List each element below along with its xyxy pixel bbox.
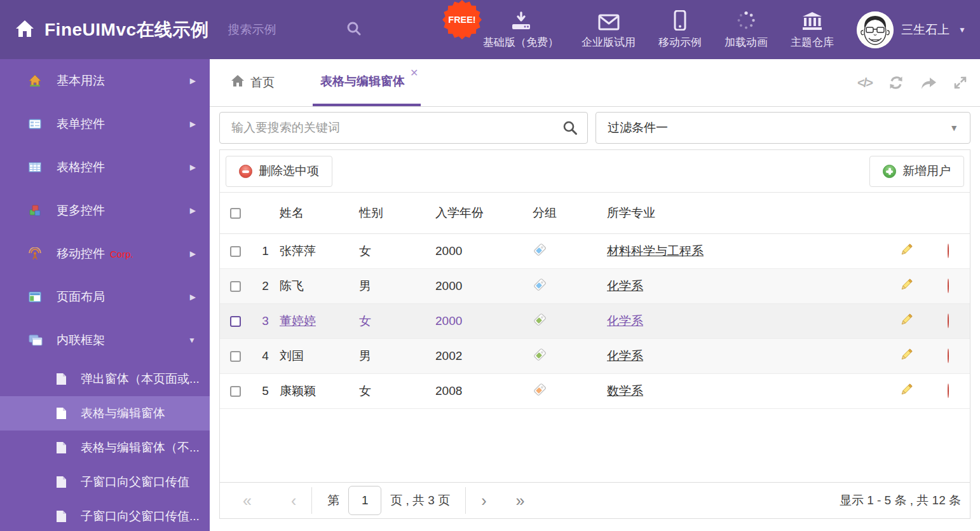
page-label-prefix: 第 bbox=[327, 492, 339, 509]
sidebar-item-grid-controls[interactable]: 表格控件 ▶ bbox=[0, 146, 210, 189]
refresh-icon[interactable] bbox=[888, 75, 904, 90]
pagination-bar: « ‹ 第 页 , 共 3 页 › » 显示 1 - 5 条 , 共 12 条 bbox=[220, 482, 970, 518]
app-window: FineUIMvc在线示例 FREE! 基础版（免费） bbox=[0, 0, 980, 531]
row-checkbox[interactable] bbox=[230, 386, 241, 397]
tab-home[interactable]: 首页 bbox=[229, 59, 277, 106]
page-number-input[interactable] bbox=[348, 486, 381, 515]
major-link[interactable]: 材料科学与工程系 bbox=[607, 244, 704, 258]
cell-year: 2000 bbox=[435, 303, 533, 338]
edit-icon[interactable] bbox=[899, 316, 914, 329]
filter-dropdown-value: 过滤条件一 bbox=[608, 120, 668, 136]
close-icon[interactable]: ✕ bbox=[410, 67, 418, 79]
delete-icon[interactable] bbox=[948, 279, 949, 293]
page-label-suffix: 页 , 共 3 页 bbox=[390, 492, 450, 509]
column-major[interactable]: 所学专业 bbox=[607, 193, 887, 233]
table-row[interactable]: 4 刘国 男 2002 化学系 bbox=[220, 338, 970, 373]
tab-grid-edit-window[interactable]: 表格与编辑窗体 ✕ bbox=[313, 59, 421, 106]
sidebar-subitem-child-to-parent-2[interactable]: 子窗口向父窗口传值... bbox=[0, 499, 210, 531]
sidebar-subitem-label: 子窗口向父窗口传值 bbox=[81, 474, 189, 490]
cell-gender: 女 bbox=[359, 303, 435, 338]
chevron-right-icon: ▶ bbox=[190, 163, 196, 172]
column-rownum bbox=[251, 193, 280, 233]
nav-item-basic-edition[interactable]: FREE! 基础版（免费） bbox=[483, 10, 559, 50]
nav-item-mobile-demo[interactable]: 移动示例 bbox=[658, 10, 702, 50]
filter-dropdown[interactable]: 过滤条件一 ▼ bbox=[595, 112, 970, 144]
table-row[interactable]: 2 陈飞 男 2000 化学系 bbox=[220, 268, 970, 303]
sidebar-item-form-controls[interactable]: 表单控件 ▶ bbox=[0, 102, 210, 146]
spinner-icon bbox=[736, 10, 756, 31]
next-page-icon[interactable]: › bbox=[481, 493, 486, 509]
table-row[interactable]: 5 康颖颖 女 2008 数学系 bbox=[220, 373, 970, 408]
row-checkbox[interactable] bbox=[230, 281, 241, 292]
edit-icon[interactable] bbox=[899, 281, 914, 294]
row-checkbox[interactable] bbox=[230, 246, 241, 257]
first-page-icon[interactable]: « bbox=[243, 493, 252, 509]
sidebar-item-inline-frame[interactable]: 内联框架 ▼ bbox=[0, 319, 210, 362]
row-checkbox[interactable] bbox=[230, 351, 241, 362]
nav-item-enterprise-trial[interactable]: 企业版试用 bbox=[582, 10, 636, 50]
last-page-icon[interactable]: » bbox=[516, 493, 525, 509]
bank-icon bbox=[801, 10, 823, 31]
delete-selected-button[interactable]: 删除选中项 bbox=[226, 156, 332, 187]
antenna-icon bbox=[29, 247, 41, 260]
search-icon[interactable] bbox=[562, 120, 578, 138]
nav-label: 加载动画 bbox=[725, 35, 768, 50]
column-edit bbox=[887, 193, 926, 233]
corp-badge: Corp. bbox=[110, 249, 133, 259]
keyword-search-input[interactable] bbox=[219, 112, 588, 144]
sidebar-subitem-child-to-parent[interactable]: 子窗口向父窗口传值 bbox=[0, 465, 210, 499]
brand[interactable]: FineUIMvc在线示例 bbox=[0, 18, 209, 42]
user-menu[interactable]: 三生石上 ▼ bbox=[857, 11, 966, 48]
search-icon[interactable] bbox=[346, 21, 362, 39]
free-badge-icon: FREE! bbox=[442, 0, 482, 39]
layout-icon bbox=[29, 291, 41, 303]
cell-gender: 女 bbox=[359, 373, 435, 408]
row-number: 4 bbox=[251, 338, 280, 373]
major-link[interactable]: 数学系 bbox=[607, 384, 643, 397]
table-row[interactable]: 1 张萍萍 女 2000 材料科学与工程系 bbox=[220, 233, 970, 268]
house-icon bbox=[29, 74, 41, 87]
sidebar-subitem-popup-window[interactable]: 弹出窗体（本页面或... bbox=[0, 362, 210, 396]
header-search-input[interactable] bbox=[228, 23, 323, 37]
major-link[interactable]: 化学系 bbox=[607, 279, 643, 293]
edit-icon[interactable] bbox=[899, 246, 914, 259]
cell-year: 2000 bbox=[435, 233, 533, 268]
edit-icon[interactable] bbox=[899, 351, 914, 364]
edit-icon[interactable] bbox=[899, 386, 914, 399]
delete-icon[interactable] bbox=[948, 314, 949, 328]
nav-item-loading-animation[interactable]: 加载动画 bbox=[725, 10, 768, 50]
add-user-button[interactable]: 新增用户 bbox=[869, 156, 964, 187]
sidebar-subitem-grid-edit-window[interactable]: 表格与编辑窗体 bbox=[0, 396, 210, 431]
major-link[interactable]: 化学系 bbox=[607, 349, 643, 362]
keyword-search bbox=[219, 112, 588, 144]
select-all-checkbox[interactable] bbox=[230, 208, 241, 219]
button-label: 删除选中项 bbox=[259, 163, 319, 179]
sidebar-subitem-grid-edit-window-2[interactable]: 表格与编辑窗体（不... bbox=[0, 431, 210, 465]
major-link[interactable]: 化学系 bbox=[607, 314, 643, 328]
column-group[interactable]: 分组 bbox=[533, 193, 607, 233]
nav-item-theme-store[interactable]: 主题仓库 bbox=[791, 10, 834, 50]
chevron-right-icon: ▶ bbox=[190, 120, 196, 128]
sidebar-item-label: 基本用法 bbox=[57, 72, 105, 89]
sidebar-item-label: 页面布局 bbox=[57, 289, 105, 305]
row-checkbox[interactable] bbox=[230, 316, 241, 327]
document-icon bbox=[56, 476, 67, 488]
cell-gender: 男 bbox=[359, 338, 435, 373]
sidebar-item-label: 表格控件 bbox=[57, 159, 105, 176]
expand-icon[interactable] bbox=[953, 76, 967, 90]
prev-page-icon[interactable]: ‹ bbox=[291, 493, 296, 509]
source-code-icon[interactable]: </> bbox=[857, 76, 872, 90]
sidebar-item-mobile-controls[interactable]: 移动控件 Corp. ▶ bbox=[0, 232, 210, 275]
column-year[interactable]: 入学年份 bbox=[435, 193, 533, 233]
delete-icon[interactable] bbox=[948, 244, 949, 258]
sidebar-item-page-layout[interactable]: 页面布局 ▶ bbox=[0, 275, 210, 319]
chevron-right-icon: ▶ bbox=[190, 293, 196, 301]
table-row-selected[interactable]: 3 董婷婷 女 2000 化学系 bbox=[220, 303, 970, 338]
column-name[interactable]: 姓名 bbox=[280, 193, 359, 233]
delete-icon[interactable] bbox=[948, 348, 949, 363]
share-icon[interactable] bbox=[920, 76, 937, 90]
column-gender[interactable]: 性别 bbox=[359, 193, 435, 233]
delete-icon[interactable] bbox=[948, 383, 949, 398]
sidebar-item-more-controls[interactable]: 更多控件 ▶ bbox=[0, 189, 210, 232]
sidebar-item-basic-usage[interactable]: 基本用法 ▶ bbox=[0, 59, 210, 102]
